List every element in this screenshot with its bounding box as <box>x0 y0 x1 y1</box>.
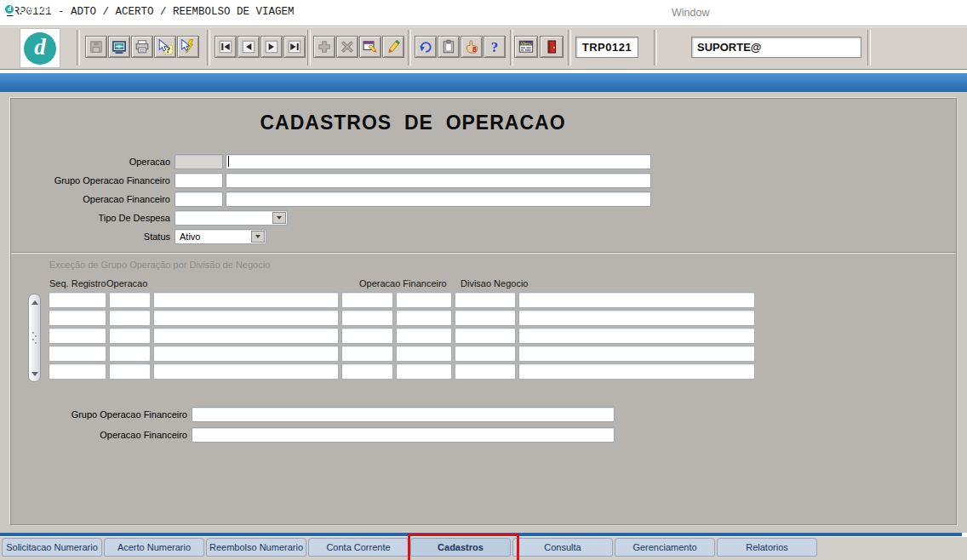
grupo-code-field[interactable] <box>175 173 223 188</box>
dropdown-arrow-button[interactable] <box>251 231 265 243</box>
grid-cell-divisao-desc[interactable] <box>518 346 755 362</box>
operacao-code-field[interactable] <box>175 154 223 169</box>
operacao-fin-desc-field[interactable] <box>226 191 651 207</box>
edit-button[interactable] <box>359 36 381 58</box>
svg-text:?: ? <box>491 39 498 54</box>
col-header-operacao: Operacao <box>106 278 147 289</box>
svg-text:8: 8 <box>472 45 477 54</box>
grid-cell-operacao-fin-code[interactable] <box>341 328 393 344</box>
grid-cell-operacao-fin-code[interactable] <box>341 292 393 308</box>
operacao-desc-field[interactable] <box>226 154 651 169</box>
save-button[interactable] <box>85 36 107 58</box>
tab-solicitacao-numerario[interactable]: Solicitacao Numerario <box>2 538 102 557</box>
menu-window[interactable]: Window <box>672 7 709 19</box>
grid-cell-divisao-code[interactable] <box>455 328 516 344</box>
toolbar-separator <box>77 30 80 66</box>
grid-cell-seq-registro[interactable] <box>49 363 106 380</box>
grid-cell-divisao-desc[interactable] <box>518 310 755 326</box>
grid-cell-operacao-code[interactable] <box>109 328 151 344</box>
grid-cell-operacao-desc[interactable] <box>153 310 339 326</box>
plus-icon <box>317 39 332 54</box>
clear-button[interactable] <box>382 36 404 58</box>
grid-cell-operacao-fin[interactable] <box>396 363 452 380</box>
insert-record-button[interactable] <box>313 36 335 58</box>
toolbar-separator <box>867 30 871 66</box>
execute-query-button[interactable] <box>177 36 199 58</box>
exit-button[interactable] <box>540 36 564 58</box>
app-title: Denver Erp <box>20 3 72 15</box>
grid-cell-operacao-fin-code[interactable] <box>341 363 393 380</box>
grid-cell-seq-registro[interactable] <box>49 292 106 308</box>
grid-cell-divisao-code[interactable] <box>455 363 516 380</box>
grid-cell-divisao-desc[interactable] <box>518 328 755 344</box>
username-field[interactable]: SUPORTE@ <box>691 37 861 58</box>
grupo-desc-field[interactable] <box>226 173 651 188</box>
dropdown-arrow-button[interactable] <box>272 212 286 224</box>
tab-acerto-numerario[interactable]: Acerto Numerario <box>104 538 204 557</box>
tab-conta-corrente[interactable]: Conta Corrente <box>308 538 409 557</box>
toolbar-separator <box>510 30 513 66</box>
text-caret <box>228 156 229 167</box>
previous-record-icon <box>241 39 256 54</box>
pointing-hand-icon: 8 <box>464 39 479 54</box>
grid-body <box>0 292 766 381</box>
annotation-highlight <box>408 534 519 560</box>
grid-cell-operacao-desc[interactable] <box>153 363 339 380</box>
grid-cell-operacao-fin[interactable] <box>396 310 452 326</box>
tab-gerenciamento[interactable]: Gerenciamento <box>615 538 715 557</box>
next-record-button[interactable] <box>260 36 283 58</box>
grid-cell-operacao-desc[interactable] <box>153 292 339 308</box>
delete-record-button[interactable] <box>336 36 358 58</box>
undo-button[interactable] <box>415 36 437 58</box>
grid-cell-operacao-fin[interactable] <box>396 328 452 344</box>
block-view-button[interactable] <box>108 36 130 58</box>
grid-cell-operacao-desc[interactable] <box>153 328 339 344</box>
last-record-button[interactable] <box>283 36 306 58</box>
grid-cell-divisao-code[interactable] <box>455 310 516 326</box>
col-header-seq-registro: Seq. Registro <box>49 278 106 289</box>
grid-cell-operacao-desc[interactable] <box>153 346 339 362</box>
grid-cell-seq-registro[interactable] <box>49 346 106 362</box>
grid-cell-operacao-fin-code[interactable] <box>341 310 393 326</box>
tab-relatorios[interactable]: Relatorios <box>717 538 817 557</box>
tipo-de-despesa-label: Tipo De Despesa <box>0 213 170 223</box>
section-title: Exceção de Grupo Operação por Divisão de… <box>49 260 270 270</box>
grid-cell-operacao-fin[interactable] <box>396 346 452 362</box>
tab-reembolso-numerario[interactable]: Reembolso Numerario <box>206 538 306 557</box>
chevron-down-icon <box>277 216 282 220</box>
grid-cell-divisao-desc[interactable] <box>518 292 755 308</box>
help-button[interactable]: ? <box>483 36 506 58</box>
status-dropdown[interactable]: Ativo <box>175 229 266 244</box>
table-row <box>0 363 766 381</box>
grid-cell-operacao-code[interactable] <box>109 292 151 308</box>
menu-button[interactable]: Menu <box>514 36 538 58</box>
enter-query-button[interactable]: ? <box>154 36 176 58</box>
pencil-icon <box>386 39 401 54</box>
tab-consulta[interactable]: Consulta <box>512 538 613 557</box>
program-code-field[interactable]: TRP0121 <box>575 37 638 58</box>
toolbar-separator <box>654 30 657 66</box>
clipboard-button[interactable] <box>438 36 460 58</box>
grid-cell-divisao-code[interactable] <box>455 346 516 362</box>
grid-cell-operacao-fin-code[interactable] <box>341 346 393 362</box>
grid-cell-seq-registro[interactable] <box>49 328 106 344</box>
previous-record-button[interactable] <box>237 36 260 58</box>
print-button[interactable] <box>131 36 153 58</box>
grid-cell-operacao-fin[interactable] <box>396 292 452 308</box>
section-divider <box>11 252 956 254</box>
grid-cell-operacao-code[interactable] <box>109 363 151 380</box>
grid-cell-operacao-code[interactable] <box>109 310 151 326</box>
first-record-button[interactable] <box>215 36 237 58</box>
bottom-operacao-financeiro-field[interactable] <box>192 427 615 443</box>
svg-text:Menu: Menu <box>520 41 532 46</box>
tipo-de-despesa-dropdown[interactable] <box>175 210 288 226</box>
denver-erp-icon: d <box>3 3 15 15</box>
operacao-fin-code-field[interactable] <box>175 191 223 207</box>
bottom-grupo-operacao-financeiro-field[interactable] <box>192 407 615 422</box>
grid-cell-seq-registro[interactable] <box>49 310 106 326</box>
grid-cell-divisao-code[interactable] <box>455 292 516 308</box>
grid-cell-operacao-code[interactable] <box>109 346 151 362</box>
denver-logo: d <box>20 28 60 68</box>
record-lock-button[interactable]: 8 <box>461 36 483 58</box>
grid-cell-divisao-desc[interactable] <box>518 363 755 380</box>
